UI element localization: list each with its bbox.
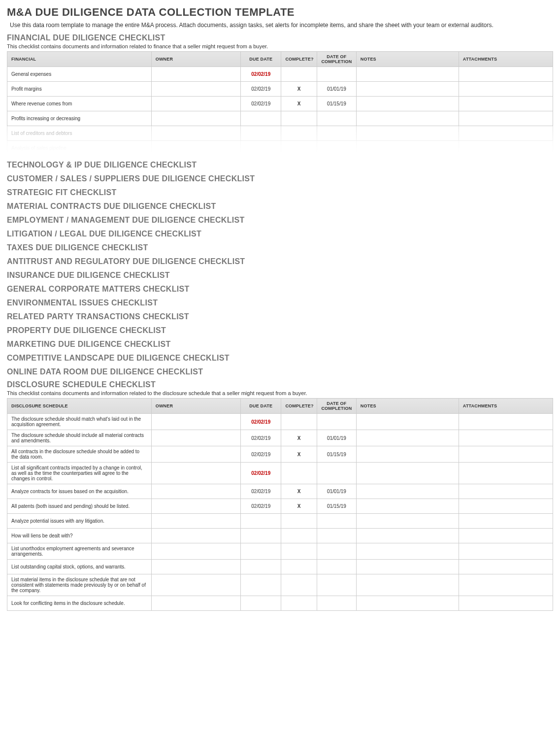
table-cell[interactable]: [281, 111, 317, 126]
table-cell[interactable]: 02/02/19: [241, 414, 281, 430]
table-cell[interactable]: [356, 543, 459, 560]
table-cell[interactable]: [459, 543, 553, 560]
table-cell[interactable]: [151, 67, 240, 82]
table-cell[interactable]: [281, 514, 317, 529]
table-cell[interactable]: List outstanding capital stock, options,…: [7, 560, 152, 574]
table-cell[interactable]: 02/02/19: [241, 67, 281, 82]
table-cell[interactable]: 01/15/19: [317, 97, 356, 111]
table-cell[interactable]: 02/02/19: [241, 499, 281, 514]
table-row[interactable]: Look for conflicting items in the disclo…: [7, 596, 553, 611]
table-cell[interactable]: [151, 141, 240, 156]
table-cell[interactable]: [317, 67, 356, 82]
table-cell[interactable]: [151, 484, 240, 499]
table-cell[interactable]: [317, 463, 356, 484]
table-row[interactable]: Profit margins02/02/19X01/01/19: [7, 82, 553, 97]
table-cell[interactable]: [281, 543, 317, 560]
table-row[interactable]: Analyze contracts for issues based on th…: [7, 484, 553, 499]
table-cell[interactable]: [317, 126, 356, 141]
table-row[interactable]: All patents (both issued and pending) sh…: [7, 499, 553, 514]
table-cell[interactable]: How will liens be dealt with?: [7, 529, 152, 543]
table-cell[interactable]: The disclosure schedule should match wha…: [7, 414, 152, 430]
table-row[interactable]: List unorthodox employment agreements an…: [7, 543, 553, 560]
table-cell[interactable]: [151, 111, 240, 126]
table-cell[interactable]: [241, 529, 281, 543]
table-cell[interactable]: [356, 430, 459, 446]
table-cell[interactable]: [241, 514, 281, 529]
table-cell[interactable]: [317, 529, 356, 543]
table-cell[interactable]: [317, 111, 356, 126]
table-cell[interactable]: [459, 141, 553, 156]
table-cell[interactable]: 02/02/19: [241, 82, 281, 97]
table-cell[interactable]: [241, 126, 281, 141]
table-cell[interactable]: 02/02/19: [241, 484, 281, 499]
table-cell[interactable]: [151, 97, 240, 111]
table-cell[interactable]: [356, 596, 459, 611]
table-cell[interactable]: The disclosure schedule should include a…: [7, 430, 152, 446]
table-cell[interactable]: 01/15/19: [317, 499, 356, 514]
table-cell[interactable]: [356, 141, 459, 156]
table-row[interactable]: How will liens be dealt with?: [7, 529, 553, 543]
table-cell[interactable]: [281, 463, 317, 484]
table-cell[interactable]: [459, 514, 553, 529]
table-row[interactable]: List all significant contracts impacted …: [7, 463, 553, 484]
table-row[interactable]: All contracts in the disclosure schedule…: [7, 446, 553, 463]
table-cell[interactable]: [459, 574, 553, 596]
table-cell[interactable]: [317, 514, 356, 529]
table-cell[interactable]: [151, 529, 240, 543]
table-cell[interactable]: X: [281, 430, 317, 446]
table-cell[interactable]: [356, 67, 459, 82]
table-cell[interactable]: [317, 560, 356, 574]
table-cell[interactable]: [459, 446, 553, 463]
table-cell[interactable]: [241, 111, 281, 126]
table-cell[interactable]: [459, 111, 553, 126]
table-row[interactable]: List of creditors and debtors: [7, 126, 553, 141]
table-cell[interactable]: [281, 529, 317, 543]
table-cell[interactable]: [356, 82, 459, 97]
table-cell[interactable]: [151, 560, 240, 574]
table-cell[interactable]: X: [281, 97, 317, 111]
table-cell[interactable]: [151, 82, 240, 97]
table-cell[interactable]: [241, 596, 281, 611]
table-cell[interactable]: Profit margins: [7, 82, 152, 97]
table-row[interactable]: Where revenue comes from02/02/19X01/15/1…: [7, 97, 553, 111]
table-cell[interactable]: [281, 414, 317, 430]
table-cell[interactable]: [241, 141, 281, 156]
table-cell[interactable]: [317, 574, 356, 596]
table-cell[interactable]: [459, 529, 553, 543]
table-cell[interactable]: [151, 543, 240, 560]
table-cell[interactable]: X: [281, 446, 317, 463]
table-cell[interactable]: [281, 560, 317, 574]
table-cell[interactable]: [317, 543, 356, 560]
table-cell[interactable]: [356, 529, 459, 543]
table-row[interactable]: The disclosure schedule should match wha…: [7, 414, 553, 430]
table-cell[interactable]: [356, 111, 459, 126]
table-cell[interactable]: [151, 126, 240, 141]
table-cell[interactable]: [317, 141, 356, 156]
table-cell[interactable]: [459, 484, 553, 499]
table-cell[interactable]: [281, 596, 317, 611]
table-cell[interactable]: Look for conflicting items in the disclo…: [7, 596, 152, 611]
table-cell[interactable]: [459, 560, 553, 574]
table-cell[interactable]: List unorthodox employment agreements an…: [7, 543, 152, 560]
table-cell[interactable]: [356, 126, 459, 141]
table-cell[interactable]: [459, 463, 553, 484]
table-cell[interactable]: [317, 414, 356, 430]
table-cell[interactable]: [151, 596, 240, 611]
table-cell[interactable]: X: [281, 499, 317, 514]
table-cell[interactable]: [241, 560, 281, 574]
table-cell[interactable]: [459, 596, 553, 611]
table-cell[interactable]: 01/01/19: [317, 484, 356, 499]
table-cell[interactable]: [356, 446, 459, 463]
table-cell[interactable]: [151, 514, 240, 529]
table-cell[interactable]: [151, 414, 240, 430]
table-cell[interactable]: List of creditors and debtors: [7, 126, 152, 141]
table-cell[interactable]: List material items in the disclosure sc…: [7, 574, 152, 596]
table-cell[interactable]: General expenses: [7, 67, 152, 82]
table-cell[interactable]: [459, 67, 553, 82]
table-cell[interactable]: List all significant contracts impacted …: [7, 463, 152, 484]
table-cell[interactable]: [241, 543, 281, 560]
table-cell[interactable]: Analyze potential issues with any litiga…: [7, 514, 152, 529]
table-cell[interactable]: [356, 414, 459, 430]
table-cell[interactable]: [356, 560, 459, 574]
table-cell[interactable]: [459, 82, 553, 97]
